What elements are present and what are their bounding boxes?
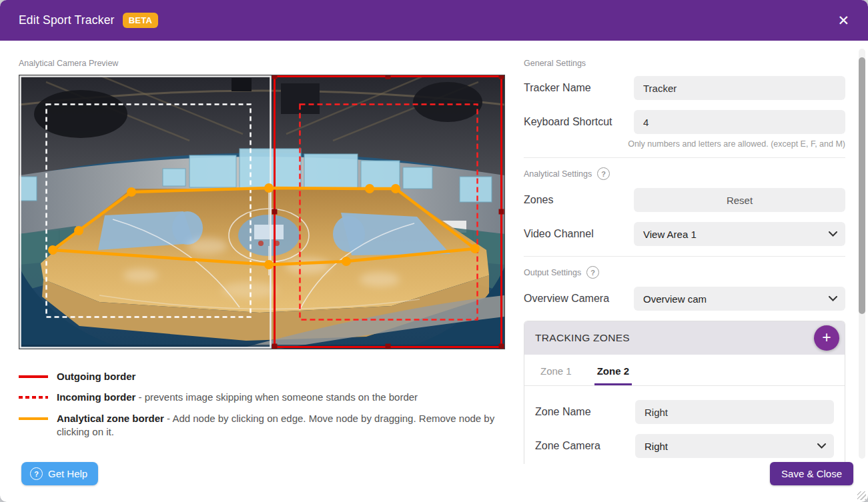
tracker-name-label: Tracker Name — [524, 82, 634, 94]
resize-grip[interactable] — [857, 491, 866, 500]
analytical-help-icon[interactable]: ? — [597, 167, 610, 180]
keyboard-shortcut-row: Keyboard Shortcut — [524, 110, 845, 134]
close-icon[interactable]: ✕ — [835, 11, 852, 30]
preview-label: Analytical Camera Preview — [19, 59, 504, 68]
chevron-down-icon — [829, 231, 837, 237]
scrollbar-thumb[interactable] — [859, 57, 865, 314]
keyboard-shortcut-hint: Only numbers and letters are allowed. (e… — [524, 139, 845, 149]
dialog-header: Edit Sport Tracker BETA ✕ — [0, 0, 868, 41]
output-settings-label: Output Settings ? — [524, 266, 845, 279]
outgoing-border-swatch — [19, 375, 48, 378]
get-help-button[interactable]: ? Get Help — [21, 462, 98, 485]
video-channel-row: Video Channel View Area 1 — [524, 222, 845, 246]
tracker-name-row: Tracker Name — [524, 76, 845, 100]
zone-camera-label: Zone Camera — [535, 440, 635, 452]
zone-name-input[interactable] — [635, 400, 834, 424]
zones-row: Zones Reset — [524, 188, 845, 212]
question-icon: ? — [30, 467, 43, 480]
keyboard-shortcut-label: Keyboard Shortcut — [524, 116, 634, 128]
edit-sport-tracker-dialog: Edit Sport Tracker BETA ✕ Analytical Cam… — [0, 0, 868, 502]
video-channel-select[interactable]: View Area 1 — [634, 222, 845, 246]
divider — [524, 256, 845, 257]
keyboard-shortcut-input[interactable] — [634, 110, 845, 134]
legend-analytical: Analytical zone border - Add node by cli… — [19, 412, 504, 439]
tab-zone-2[interactable]: Zone 2 — [594, 365, 632, 385]
legend-incoming: Incoming border - prevents image skippin… — [19, 391, 504, 404]
camera-frame — [19, 75, 504, 349]
zone-camera-row: Zone Camera Right — [535, 434, 834, 458]
chevron-down-icon — [829, 296, 837, 301]
zone-name-label: Zone Name — [535, 406, 635, 418]
beta-badge: BETA — [123, 13, 159, 28]
video-channel-label: Video Channel — [524, 228, 634, 240]
legend-outgoing: Outgoing border — [19, 370, 504, 383]
tracking-zones-panel: TRACKING ZONES + Zone 1 Zone 2 Zone Name… — [524, 321, 845, 464]
zone-camera-select[interactable]: Right — [635, 434, 834, 458]
tracker-name-input[interactable] — [634, 76, 845, 100]
incoming-border-swatch — [19, 396, 48, 399]
zone-tabs: Zone 1 Zone 2 — [524, 355, 845, 386]
legend: Outgoing border Incoming border - preven… — [19, 370, 504, 439]
chevron-down-icon — [817, 443, 826, 449]
camera-preview-column: Analytical Camera Preview — [19, 41, 504, 446]
tracking-zones-header: TRACKING ZONES + — [524, 321, 845, 355]
save-close-button[interactable]: Save & Close — [770, 462, 853, 485]
zone-name-row: Zone Name — [535, 400, 834, 424]
add-zone-button[interactable]: + — [814, 325, 839, 351]
dialog-scrollbar[interactable] — [859, 49, 865, 459]
overview-camera-label: Overview Camera — [524, 293, 634, 305]
tab-zone-1[interactable]: Zone 1 — [538, 365, 574, 385]
zones-label: Zones — [524, 194, 634, 206]
divider — [524, 157, 845, 158]
zone-settings: Zone Name Zone Camera Right — [524, 386, 845, 464]
analytical-settings-label: Analytical Settings ? — [524, 167, 845, 180]
settings-column: General Settings Tracker Name Keyboard S… — [524, 41, 845, 464]
analytical-camera-preview[interactable] — [19, 75, 505, 349]
dialog-title: Edit Sport Tracker — [19, 13, 115, 27]
general-settings-label: General Settings — [524, 59, 845, 68]
tracking-zones-title: TRACKING ZONES — [535, 332, 630, 344]
analytical-zone-swatch — [19, 417, 48, 420]
overview-camera-select[interactable]: Overview cam — [634, 287, 845, 311]
overview-camera-row: Overview Camera Overview cam — [524, 287, 845, 311]
reset-zones-button[interactable]: Reset — [634, 188, 845, 212]
output-help-icon[interactable]: ? — [586, 266, 599, 279]
